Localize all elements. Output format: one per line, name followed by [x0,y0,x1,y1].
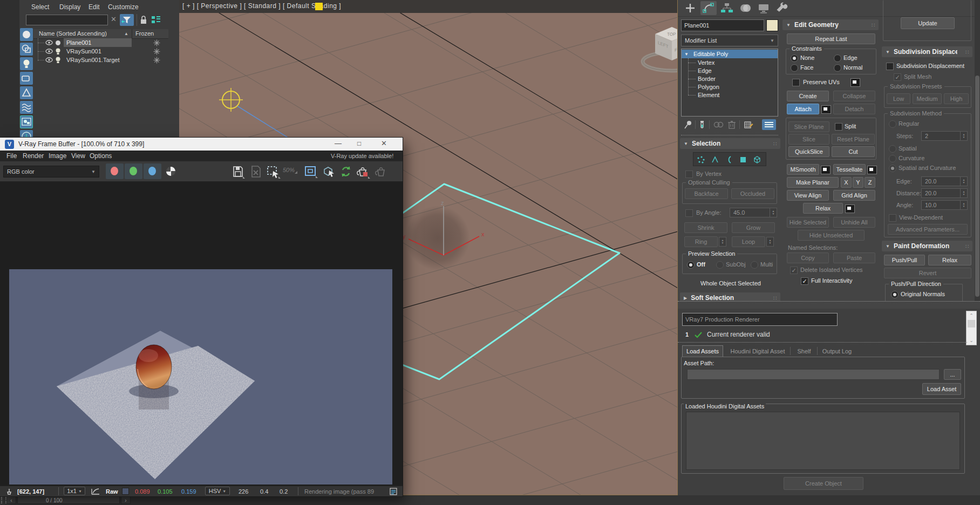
attach-button[interactable]: Attach [787,104,819,114]
column-frozen[interactable]: Frozen [135,30,154,37]
view-dependent-checkbox[interactable] [889,214,896,222]
vfb-titlebar[interactable]: V V-Ray Frame Buffer - [100.0% of 710 x … [0,138,403,151]
frozen-toggle-icon[interactable] [153,39,160,46]
menu-display[interactable]: Display [59,3,80,11]
render-last-icon[interactable] [355,165,370,179]
maximize-icon[interactable]: □ [357,140,361,147]
display-spacewarps-icon[interactable] [20,101,33,114]
constraint-edge-radio[interactable] [834,54,841,62]
hda-tab-loadassets[interactable]: Load Assets [682,345,723,357]
scroll-up-icon[interactable]: ⌃ [967,311,976,320]
by-angle-checkbox[interactable] [685,209,693,217]
relax-button[interactable]: Relax [803,203,843,214]
shrink-button[interactable]: Shrink [684,222,727,233]
stack-item-border[interactable]: Border [682,74,778,83]
reset-plane-button[interactable]: Reset Plane [832,134,875,145]
blue-channel-button[interactable] [144,163,161,179]
subdivision-displacement-checkbox[interactable] [886,63,894,70]
frozen-toggle-icon[interactable] [153,48,160,55]
tab-modify[interactable] [700,1,717,15]
loop-button[interactable]: Loop [732,236,765,247]
modifier-list-dropdown[interactable]: Modifier List▼ [681,35,778,46]
rollout-grip-icon[interactable]: ∷ [965,243,969,249]
display-cameras-icon[interactable] [20,72,33,85]
frozen-toggle-icon[interactable] [153,57,160,64]
grow-button[interactable]: Grow [732,222,775,233]
vfb-menu-view[interactable]: View [71,152,85,160]
vfb-menu-file[interactable]: File [6,152,17,160]
hide-selected-button[interactable]: Hide Selected [787,217,829,228]
menu-customize[interactable]: Customize [108,3,139,11]
slice-button[interactable]: Slice [788,134,829,145]
hierarchy-mode-icon[interactable] [151,15,161,25]
rollout-subdivision-displacement[interactable]: ▼Subdivision Displacement∷ [882,46,972,57]
scrollbar-thumb[interactable] [968,320,975,327]
create-object-button[interactable]: Create Object [784,477,863,490]
preset-low-button[interactable]: Low [887,93,910,104]
row-name[interactable]: Plane001 [66,39,92,46]
full-interactivity-checkbox[interactable] [801,277,808,285]
rollout-grip-icon[interactable]: ∷ [773,295,777,301]
spatial-curvature-radio[interactable] [889,165,896,172]
trackbar-next-button[interactable]: › [121,496,131,504]
visibility-eye-icon[interactable] [45,57,53,63]
paint-relax-button[interactable]: Relax [928,255,971,265]
renderer-field[interactable]: VRay7 Production Renderer [682,313,838,326]
column-name[interactable]: Name (Sorted Ascending) [39,30,107,37]
split-mesh-checkbox[interactable] [894,73,901,81]
repeat-last-button[interactable]: Repeat Last [787,33,875,44]
expand-arrow-icon[interactable]: ▼ [684,51,689,58]
tab-hierarchy[interactable] [719,1,735,15]
raw-label[interactable]: Raw [106,488,118,495]
pixel-zoom-dropdown[interactable]: 1x1▼ [64,487,85,495]
row-name[interactable]: VRaySun001.Target [66,56,119,64]
revert-button[interactable]: Revert [884,268,971,278]
table-row[interactable]: VRaySun001 [33,47,168,56]
subobject-polygon-icon[interactable] [739,155,747,164]
hsv-dropdown[interactable]: HSV▼ [205,487,230,495]
tessellate-settings-button[interactable] [867,166,877,174]
vfb-menu-image[interactable]: Image [49,152,66,160]
row-name[interactable]: VRaySun001 [66,47,101,55]
subobject-border-icon[interactable] [725,155,733,164]
vfb-image-area[interactable] [0,182,403,486]
preset-high-button[interactable]: High [944,93,969,104]
object-color-swatch[interactable] [766,19,778,31]
loop-spinner[interactable]: ▲▼ [766,237,774,247]
filter-button[interactable] [120,14,134,26]
subobject-element-icon[interactable] [753,155,761,164]
update-refresh-icon[interactable] [339,165,353,179]
steps-spinner[interactable]: 2▲▼ [921,131,968,141]
tab-utilities[interactable] [774,1,790,15]
edge-spinner[interactable]: 20.0▲▼ [921,176,968,186]
create-button[interactable]: Create [787,91,829,101]
preview-multi-radio[interactable] [751,261,758,269]
fit-frame-icon[interactable] [303,165,318,179]
constraint-none-radio[interactable] [791,54,798,62]
backface-button[interactable]: Backface [685,188,728,199]
update-button[interactable]: Update [901,17,955,29]
preserve-uvs-settings-button[interactable] [850,78,860,87]
channel-dropdown[interactable]: RGB color▼ [3,166,99,178]
show-end-result-icon[interactable] [698,120,706,129]
quickslice-button[interactable]: QuickSlice [788,146,829,157]
explorer-table-header[interactable]: Name (Sorted Ascending) ▲ Frozen [33,29,168,39]
object-name-field[interactable]: Plane001 [681,19,764,31]
detach-button[interactable]: Detach [833,104,875,114]
preserve-uvs-checkbox[interactable] [792,79,800,86]
tessellate-button[interactable]: Tessellate [833,164,866,175]
cut-button[interactable]: Cut [832,146,875,157]
rollout-grip-icon[interactable]: ∷ [872,22,875,28]
explorer-search-input[interactable] [26,15,108,25]
regular-radio[interactable] [889,120,896,128]
display-lights-icon[interactable] [20,57,33,70]
asset-path-input[interactable] [687,369,940,380]
scroll-down-icon[interactable]: ⌄ [967,336,976,345]
display-geometry-icon[interactable] [20,28,33,41]
stack-item-polygon[interactable]: Polygon [682,83,778,91]
planar-z-button[interactable]: Z [865,177,875,188]
display-groups-icon[interactable] [20,115,33,128]
lock-selection-icon[interactable] [139,15,148,25]
push-pull-button[interactable]: Push/Pull [884,255,925,265]
preset-medium-button[interactable]: Medium [913,93,942,104]
